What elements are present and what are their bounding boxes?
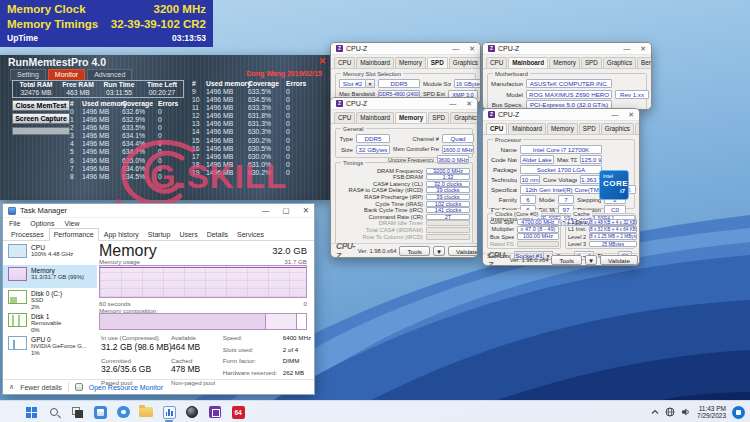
sidebar-item-disk1[interactable]: Disk 1Removable0%	[3, 311, 97, 334]
start-button[interactable]	[24, 405, 38, 419]
cpuz-tab[interactable]: Graphics	[449, 57, 481, 68]
close-icon[interactable]: ✕	[628, 110, 634, 120]
cpuz-tab[interactable]: Bench	[637, 57, 652, 68]
cpuz-tab[interactable]: Memory	[549, 57, 580, 68]
cpuz-tab[interactable]: Bench	[635, 123, 640, 134]
timing-label: Command Rate (CR)	[339, 214, 423, 220]
validate-button[interactable]: Validate	[448, 246, 478, 256]
memtest-summary-table: Total RAMFree RAMRun TimeTime Left 32476…	[12, 80, 184, 98]
tools-button[interactable]: Tools	[399, 246, 429, 256]
cpuz-memory-titlebar: Z CPU-Z — ✕	[331, 98, 477, 110]
task-manager-tab[interactable]: Details	[203, 229, 232, 240]
cpuz-tab[interactable]: Graphics	[450, 112, 478, 123]
usage-graph-label: Memory usage	[99, 258, 140, 265]
memtest-title: RunMemtestPro 4.0	[8, 56, 106, 68]
fewer-details-button[interactable]: Fewer details	[20, 384, 62, 391]
close-memtest-button[interactable]: Close MemTest	[12, 100, 70, 111]
memory-general-group: General Type DDR5 Channel # Quad Size 32…	[335, 128, 473, 158]
cached-value: 478 MB	[171, 364, 217, 374]
chat-button[interactable]	[116, 405, 130, 419]
file-explorer-button[interactable]	[139, 405, 153, 419]
minimize-icon[interactable]: —	[623, 44, 630, 54]
cpuz-tab[interactable]: SPD	[428, 112, 449, 123]
sidebar-item-disk0[interactable]: Disk 0 (C:)SSD2%	[3, 288, 97, 311]
widgets-button[interactable]	[93, 405, 107, 419]
timing-value-box	[426, 234, 470, 240]
cpuz-tab[interactable]: CPU	[486, 123, 507, 134]
memtest-taskbar-button[interactable]	[208, 405, 222, 419]
cpuz-tab[interactable]: CPU	[486, 57, 507, 68]
close-icon[interactable]: ✕	[640, 44, 646, 54]
cpuz-cpu-titlebar: Z CPU-Z — ✕	[483, 109, 639, 121]
cpuz-tab[interactable]: SPD	[579, 123, 600, 134]
timing-label: FSB:DRAM	[339, 174, 423, 180]
cpuz-app-icon: Z	[336, 100, 343, 107]
row-index: 4	[70, 140, 82, 148]
close-icon[interactable]: ✕	[303, 206, 309, 215]
l1-data-box: 8 x 48 KB + 4 x 32 KB	[589, 219, 637, 226]
sidebar-item-memory[interactable]: Memory31.3/31.7 GB (99%)	[3, 265, 97, 288]
row-errors: 0	[158, 116, 178, 124]
cpuz-taskbar-button[interactable]	[185, 405, 199, 419]
windows-logo-icon	[26, 407, 37, 418]
minimize-icon[interactable]: —	[262, 206, 270, 215]
memtest-close-icon[interactable]: ✕	[318, 56, 326, 66]
task-manager-tab[interactable]: App history	[100, 229, 143, 240]
tools-dropdown-icon[interactable]: ▼	[585, 255, 597, 265]
tools-button[interactable]: Tools	[551, 255, 581, 265]
minimize-icon[interactable]: —	[452, 44, 459, 54]
screen-capture-button[interactable]: Screen Capture	[12, 113, 70, 124]
cpuz-tab[interactable]: Mainboard	[356, 112, 394, 123]
cpuz-tab[interactable]: SPD	[427, 57, 448, 68]
row-coverage: 631.8%	[248, 112, 286, 120]
menu-view[interactable]: View	[64, 220, 79, 227]
maximize-icon[interactable]: ▢	[283, 206, 290, 215]
cpuz-mainboard-titlebar: Z CPU-Z — ✕	[483, 43, 651, 55]
task-manager-tab[interactable]: Processes	[7, 229, 48, 240]
search-button[interactable]	[47, 405, 61, 419]
task-manager-taskbar-button[interactable]	[162, 405, 176, 419]
cpuz-tab[interactable]: Memory	[395, 112, 427, 123]
cpuz-tab[interactable]: Graphics	[603, 57, 636, 68]
tools-dropdown-icon[interactable]: ▼	[433, 246, 445, 256]
minimize-icon[interactable]: —	[611, 110, 618, 120]
blank-button[interactable]	[12, 127, 70, 135]
task-view-button[interactable]	[70, 405, 84, 419]
cpuz-tab[interactable]: Mainboard	[508, 57, 548, 68]
taskbar-clock[interactable]: 11:43 PM 7/29/2023	[697, 405, 726, 420]
cpuz-tab[interactable]: Graphics	[601, 123, 634, 134]
available-value: 464 MB	[171, 342, 217, 352]
notification-badge-icon[interactable]	[732, 406, 745, 419]
cpuz-tab[interactable]: Memory	[395, 57, 426, 68]
sidebar-item-gpu[interactable]: GPU 0NVIDIA GeForce G...1%	[3, 334, 97, 357]
tray-chevron-up-icon[interactable]	[651, 408, 659, 416]
menu-options[interactable]: Options	[30, 220, 54, 227]
cpuz-tab[interactable]: SPD	[581, 57, 602, 68]
network-icon[interactable]	[665, 407, 675, 417]
task-manager-tab[interactable]: Services	[233, 229, 268, 240]
volume-icon[interactable]	[681, 407, 691, 417]
task-manager-tab[interactable]: Performance	[49, 228, 99, 241]
task-manager-tab[interactable]: Startup	[144, 229, 175, 240]
cpuz-tab[interactable]: Mainboard	[356, 57, 394, 68]
cpuz-tab[interactable]: Memory	[547, 123, 578, 134]
row-coverage: 634.5%	[248, 96, 286, 104]
close-icon[interactable]: ✕	[466, 99, 472, 109]
cpuz-tab[interactable]: CPU	[334, 57, 355, 68]
osd-uptime-label: UpTime	[7, 32, 38, 44]
slot-select[interactable]: Slot #2▼	[339, 79, 375, 88]
cpuz-tab[interactable]: CPU	[334, 112, 355, 123]
intel-logo-tier: i7	[603, 188, 625, 195]
timing-value-box: 39 clocks	[426, 187, 470, 193]
sidebar-item-cpu[interactable]: CPU100% 4.48 GHz	[3, 242, 97, 265]
validate-button[interactable]: Validate	[600, 255, 638, 265]
menu-file[interactable]: File	[9, 220, 20, 227]
close-icon[interactable]: ✕	[469, 44, 475, 54]
table-header-cell: Coverage	[248, 80, 286, 88]
memtest64-taskbar-button[interactable]: 64	[231, 405, 245, 419]
cpuz-tab[interactable]: Mainboard	[508, 123, 546, 134]
summary-header-cell: Time Left	[141, 81, 183, 89]
minimize-icon[interactable]: —	[449, 99, 456, 109]
task-manager-tab[interactable]: Users	[175, 229, 201, 240]
open-resource-monitor-link[interactable]: Open Resource Monitor	[89, 384, 163, 391]
